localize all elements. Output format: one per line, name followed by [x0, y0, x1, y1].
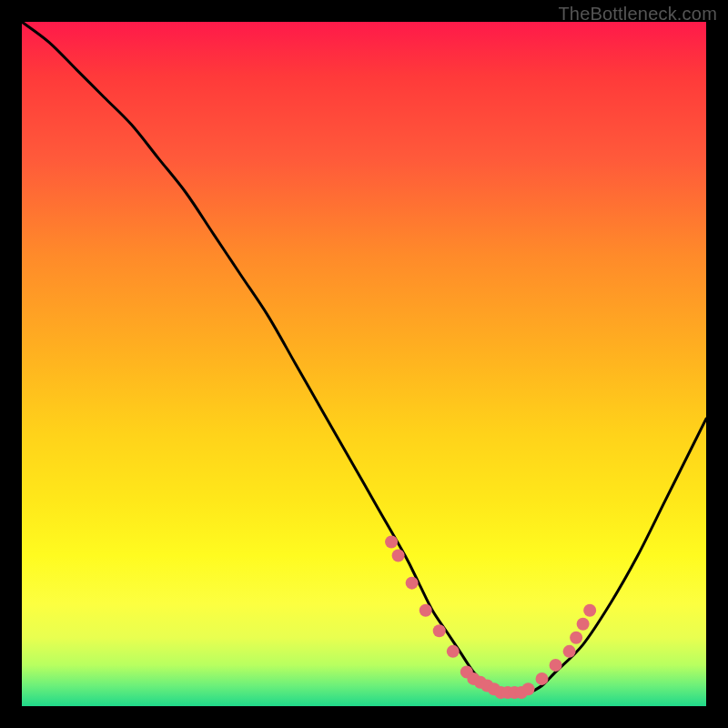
- marker-layer: [385, 536, 596, 699]
- highlight-dot: [447, 645, 460, 658]
- chart-frame: TheBottleneck.com: [0, 0, 728, 728]
- highlight-dot: [570, 632, 582, 644]
- highlight-dot: [563, 645, 576, 658]
- highlight-dot: [550, 659, 562, 672]
- highlight-dot: [385, 536, 398, 549]
- highlight-dot: [583, 604, 596, 617]
- highlight-dot: [392, 550, 405, 562]
- bottleneck-curve: [22, 22, 706, 693]
- curve-layer: [22, 22, 706, 693]
- highlight-dot: [536, 672, 549, 685]
- highlight-dot: [577, 618, 590, 631]
- highlight-dot: [420, 604, 432, 617]
- chart-svg: [22, 22, 706, 706]
- highlight-dot: [406, 577, 419, 590]
- highlight-dot: [433, 624, 446, 637]
- watermark-text: TheBottleneck.com: [558, 4, 717, 25]
- highlight-dot: [521, 682, 534, 695]
